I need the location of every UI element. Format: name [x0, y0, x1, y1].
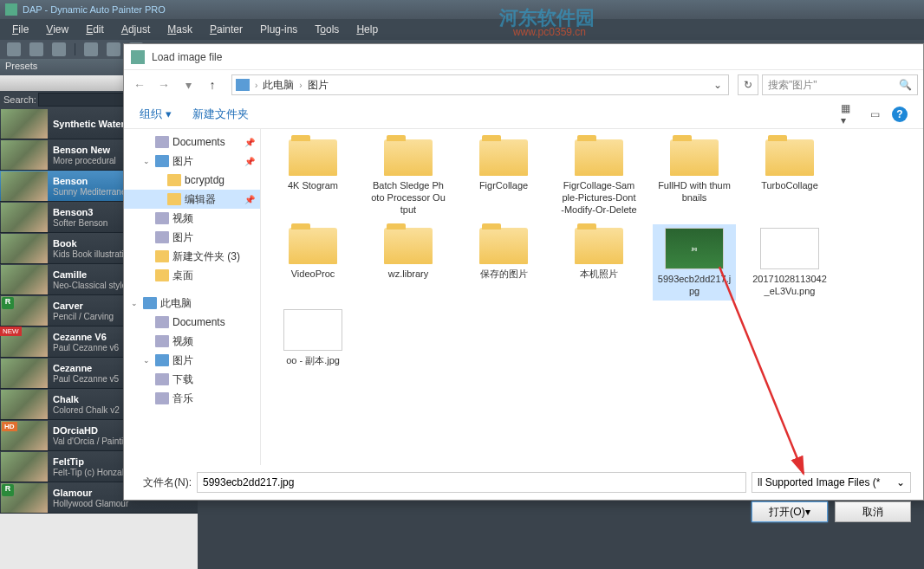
cancel-button[interactable]: 取消 — [835, 501, 911, 522]
document-icon — [155, 316, 169, 328]
nav-back-button[interactable]: ← — [129, 74, 150, 95]
preview-pane-button[interactable]: ▭ — [866, 107, 883, 122]
badge-hd: HD — [2, 422, 17, 431]
tree-item[interactable]: 下载 — [124, 370, 260, 389]
filename-label: 文件名(N): — [136, 475, 192, 490]
filter-label: ll Supported Image Files (* — [758, 476, 880, 488]
menu-file[interactable]: File — [3, 21, 37, 38]
folder-icon — [765, 139, 814, 176]
expand-icon[interactable]: ⌄ — [143, 356, 152, 365]
folder-icon — [670, 139, 719, 176]
tree-item[interactable]: 图片 — [124, 228, 260, 247]
filename-input[interactable] — [197, 472, 746, 493]
pc-icon — [236, 79, 250, 91]
tree-item[interactable]: Documents📌 — [124, 133, 260, 152]
expand-icon[interactable]: ⌄ — [131, 299, 140, 307]
file-item[interactable]: FigrCollage-Sample-Pictures-Dont-Modify-… — [557, 136, 641, 219]
file-item[interactable]: 本机照片 — [557, 224, 641, 301]
menu-mask[interactable]: Mask — [159, 21, 201, 38]
file-item[interactable]: TurboCollage — [748, 136, 831, 219]
file-label: FullHD with thumbnails — [656, 179, 732, 204]
dialog-titlebar: Load image file — [124, 44, 923, 70]
file-item[interactable]: 4K Stogram — [271, 136, 355, 219]
file-item[interactable]: 保存的图片 — [462, 224, 545, 301]
open-button[interactable]: 打开(O) ▾ — [752, 501, 828, 522]
tree-item-label: 下载 — [172, 372, 193, 387]
dialog-title: Load image file — [152, 51, 222, 63]
dialog-search-input[interactable]: 搜索"图片" 🔍 — [762, 74, 918, 95]
view-icons-button[interactable]: ▦ ▾ — [840, 107, 857, 122]
file-label: FigrCollage-Sample-Pictures-Dont-Modify-… — [561, 179, 637, 216]
help-button[interactable]: ? — [892, 107, 908, 122]
pin-icon: 📌 — [244, 195, 255, 204]
file-label: 保存的图片 — [480, 268, 528, 280]
menu-tools[interactable]: Tools — [306, 21, 348, 38]
file-label: Batch Sledge Photo Processor Output — [370, 179, 446, 216]
image-thumbnail — [283, 309, 342, 351]
tree-item[interactable]: ⌄图片📌 — [124, 152, 260, 171]
folder-icon — [575, 228, 623, 264]
tree-item-label: 图片 — [172, 230, 193, 245]
titlebar: DAP - Dynamic Auto Painter PRO — [0, 0, 924, 19]
dialog-body: Documents📌⌄图片📌bcryptdg编辑器📌视频图片新建文件夹 (3)桌… — [124, 129, 923, 465]
tree-item[interactable]: Documents — [124, 313, 260, 332]
tb-new-icon[interactable] — [7, 42, 21, 56]
app-icon — [5, 3, 17, 16]
tb-save-icon[interactable] — [52, 42, 66, 56]
tb-star-icon[interactable] — [107, 42, 120, 56]
toolbar-right: ▦ ▾ ▭ ? — [840, 107, 908, 122]
dialog-nav: ← → ▾ ↑ › 此电脑 › 图片 ⌄ ↻ 搜索"图片" 🔍 — [124, 70, 923, 100]
dialog-footer: 文件名(N): ll Supported Image Files (*⌄ 打开(… — [124, 465, 923, 526]
preset-thumbnail — [1, 109, 48, 139]
file-item[interactable]: FullHD with thumbnails — [653, 136, 736, 219]
file-label: wz.library — [388, 268, 428, 280]
nav-up-button[interactable]: ↑ — [202, 74, 223, 95]
menu-help[interactable]: Help — [348, 21, 387, 38]
refresh-button[interactable]: ↻ — [738, 74, 758, 95]
dialog-icon — [131, 50, 145, 64]
tree-item[interactable]: 视频 — [124, 332, 260, 351]
expand-icon[interactable]: ⌄ — [143, 157, 152, 165]
file-item[interactable]: Batch Sledge Photo Processor Output — [367, 136, 450, 219]
nav-forward-button[interactable]: → — [153, 74, 174, 95]
file-item[interactable]: VideoProc — [271, 224, 355, 301]
tree-item[interactable]: ⌄此电脑 — [124, 294, 260, 313]
breadcrumb[interactable]: › 此电脑 › 图片 ⌄ — [231, 74, 729, 95]
tree-item-label: 图片 — [172, 154, 193, 169]
tb-open-icon[interactable] — [29, 42, 43, 56]
search-placeholder: 搜索"图片" — [768, 78, 817, 93]
tree-item[interactable]: 编辑器📌 — [124, 190, 260, 209]
folder-icon — [167, 174, 181, 186]
folder-icon — [289, 139, 337, 176]
tree-item[interactable]: 桌面 — [124, 266, 260, 285]
breadcrumb-dropdown-icon[interactable]: ⌄ — [711, 79, 725, 91]
tb-copy-icon[interactable] — [84, 42, 98, 56]
tree-item[interactable]: bcryptdg — [124, 171, 260, 190]
menu-painter[interactable]: Painter — [201, 21, 251, 38]
menu-plugins[interactable]: Plug-ins — [251, 21, 306, 38]
tree-item[interactable]: ⌄图片 — [124, 351, 260, 370]
pc-icon — [155, 155, 169, 167]
tree-item-label: 新建文件夹 (3) — [172, 249, 240, 264]
menu-view[interactable]: View — [37, 21, 77, 38]
document-icon — [155, 335, 169, 347]
chevron-down-icon: ⌄ — [896, 476, 905, 488]
tree-item[interactable]: 新建文件夹 (3) — [124, 247, 260, 266]
document-icon — [155, 231, 169, 243]
file-item[interactable]: 20171028113042_eL3Vu.png — [748, 224, 831, 301]
tree-item[interactable]: 视频 — [124, 209, 260, 228]
menu-adjust[interactable]: Adjust — [113, 21, 159, 38]
menu-edit[interactable]: Edit — [77, 21, 113, 38]
pc-icon — [143, 297, 157, 309]
tree-item[interactable]: 音乐 — [124, 389, 260, 408]
nav-recent-button[interactable]: ▾ — [178, 74, 198, 95]
file-type-filter[interactable]: ll Supported Image Files (*⌄ — [752, 472, 911, 493]
file-item[interactable]: jpg5993ecb2dd217.jpg — [653, 224, 736, 301]
file-item[interactable]: wz.library — [367, 224, 450, 301]
new-folder-button[interactable]: 新建文件夹 — [192, 107, 249, 122]
breadcrumb-item[interactable]: 图片 — [308, 78, 329, 93]
file-item[interactable]: oo - 副本.jpg — [271, 306, 355, 370]
organize-button[interactable]: 组织 ▾ — [140, 107, 172, 122]
breadcrumb-item[interactable]: 此电脑 — [263, 78, 294, 93]
file-item[interactable]: FigrCollage — [462, 136, 545, 219]
